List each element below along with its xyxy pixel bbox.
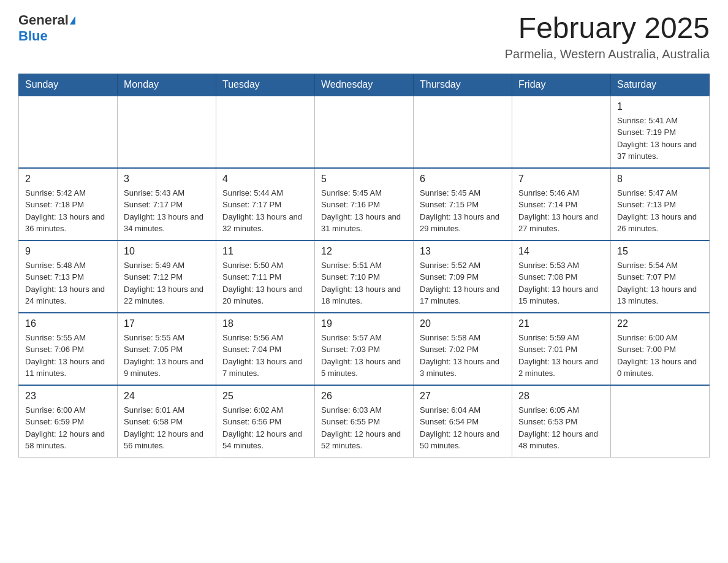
day-info: Sunrise: 6:02 AM Sunset: 6:56 PM Dayligh… [222, 404, 308, 452]
day-info: Sunrise: 5:42 AM Sunset: 7:18 PM Dayligh… [25, 187, 111, 235]
calendar-cell: 15Sunrise: 5:54 AM Sunset: 7:07 PM Dayli… [611, 240, 710, 313]
day-number: 8 [617, 174, 703, 185]
day-number: 23 [25, 391, 111, 402]
day-number: 22 [617, 318, 703, 329]
day-info: Sunrise: 5:43 AM Sunset: 7:17 PM Dayligh… [124, 187, 210, 235]
day-number: 2 [25, 174, 111, 185]
calendar-cell: 23Sunrise: 6:00 AM Sunset: 6:59 PM Dayli… [19, 385, 118, 458]
day-number: 11 [222, 246, 308, 257]
calendar-cell: 14Sunrise: 5:53 AM Sunset: 7:08 PM Dayli… [512, 240, 611, 313]
day-number: 14 [518, 246, 604, 257]
day-info: Sunrise: 5:57 AM Sunset: 7:03 PM Dayligh… [321, 332, 407, 380]
weekday-header-wednesday: Wednesday [315, 74, 414, 96]
weekday-header-saturday: Saturday [611, 74, 710, 96]
logo-blue-text: Blue [18, 28, 48, 44]
day-number: 7 [518, 174, 604, 185]
calendar-cell: 1Sunrise: 5:41 AM Sunset: 7:19 PM Daylig… [611, 96, 710, 168]
weekday-header-tuesday: Tuesday [216, 74, 315, 96]
day-info: Sunrise: 5:54 AM Sunset: 7:07 PM Dayligh… [617, 259, 703, 307]
day-number: 19 [321, 318, 407, 329]
day-info: Sunrise: 5:41 AM Sunset: 7:19 PM Dayligh… [617, 115, 703, 163]
day-number: 24 [124, 391, 210, 402]
day-info: Sunrise: 5:55 AM Sunset: 7:05 PM Dayligh… [124, 332, 210, 380]
calendar-cell: 12Sunrise: 5:51 AM Sunset: 7:10 PM Dayli… [315, 240, 414, 313]
day-info: Sunrise: 6:03 AM Sunset: 6:55 PM Dayligh… [321, 404, 407, 452]
day-info: Sunrise: 6:04 AM Sunset: 6:54 PM Dayligh… [420, 404, 506, 452]
day-number: 6 [420, 174, 506, 185]
calendar-cell: 20Sunrise: 5:58 AM Sunset: 7:02 PM Dayli… [414, 313, 512, 385]
day-number: 28 [518, 391, 604, 402]
weekday-header-sunday: Sunday [19, 74, 118, 96]
day-info: Sunrise: 5:44 AM Sunset: 7:17 PM Dayligh… [222, 187, 308, 235]
calendar-cell: 21Sunrise: 5:59 AM Sunset: 7:01 PM Dayli… [512, 313, 611, 385]
day-number: 21 [518, 318, 604, 329]
day-info: Sunrise: 5:59 AM Sunset: 7:01 PM Dayligh… [518, 332, 604, 380]
day-info: Sunrise: 5:52 AM Sunset: 7:09 PM Dayligh… [420, 259, 506, 307]
day-info: Sunrise: 5:49 AM Sunset: 7:12 PM Dayligh… [124, 259, 210, 307]
weekday-header-thursday: Thursday [414, 74, 512, 96]
calendar-cell [118, 96, 216, 168]
calendar-cell: 4Sunrise: 5:44 AM Sunset: 7:17 PM Daylig… [216, 168, 315, 240]
calendar-cell: 10Sunrise: 5:49 AM Sunset: 7:12 PM Dayli… [118, 240, 216, 313]
title-section: February 2025 Parmelia, Western Australi… [505, 12, 710, 61]
month-title: February 2025 [505, 12, 710, 45]
calendar-cell: 3Sunrise: 5:43 AM Sunset: 7:17 PM Daylig… [118, 168, 216, 240]
day-number: 17 [124, 318, 210, 329]
calendar-cell: 13Sunrise: 5:52 AM Sunset: 7:09 PM Dayli… [414, 240, 512, 313]
calendar-cell [414, 96, 512, 168]
day-number: 15 [617, 246, 703, 257]
page-header: General Blue February 2025 Parmelia, Wes… [18, 12, 710, 61]
logo-triangle-icon [70, 16, 75, 25]
day-number: 25 [222, 391, 308, 402]
day-number: 18 [222, 318, 308, 329]
calendar-header-row: SundayMondayTuesdayWednesdayThursdayFrid… [19, 74, 710, 96]
calendar-cell [216, 96, 315, 168]
calendar-cell: 2Sunrise: 5:42 AM Sunset: 7:18 PM Daylig… [19, 168, 118, 240]
calendar-cell [611, 385, 710, 458]
day-info: Sunrise: 5:45 AM Sunset: 7:16 PM Dayligh… [321, 187, 407, 235]
calendar-week-1: 1Sunrise: 5:41 AM Sunset: 7:19 PM Daylig… [19, 96, 710, 168]
calendar-table: SundayMondayTuesdayWednesdayThursdayFrid… [18, 74, 710, 458]
calendar-cell: 16Sunrise: 5:55 AM Sunset: 7:06 PM Dayli… [19, 313, 118, 385]
day-info: Sunrise: 5:47 AM Sunset: 7:13 PM Dayligh… [617, 187, 703, 235]
calendar-week-5: 23Sunrise: 6:00 AM Sunset: 6:59 PM Dayli… [19, 385, 710, 458]
calendar-cell [19, 96, 118, 168]
day-number: 3 [124, 174, 210, 185]
calendar-cell: 26Sunrise: 6:03 AM Sunset: 6:55 PM Dayli… [315, 385, 414, 458]
day-number: 26 [321, 391, 407, 402]
day-number: 4 [222, 174, 308, 185]
weekday-header-monday: Monday [118, 74, 216, 96]
calendar-week-4: 16Sunrise: 5:55 AM Sunset: 7:06 PM Dayli… [19, 313, 710, 385]
calendar-cell: 11Sunrise: 5:50 AM Sunset: 7:11 PM Dayli… [216, 240, 315, 313]
calendar-cell: 5Sunrise: 5:45 AM Sunset: 7:16 PM Daylig… [315, 168, 414, 240]
calendar-cell: 24Sunrise: 6:01 AM Sunset: 6:58 PM Dayli… [118, 385, 216, 458]
day-info: Sunrise: 5:48 AM Sunset: 7:13 PM Dayligh… [25, 259, 111, 307]
calendar-week-2: 2Sunrise: 5:42 AM Sunset: 7:18 PM Daylig… [19, 168, 710, 240]
calendar-cell: 8Sunrise: 5:47 AM Sunset: 7:13 PM Daylig… [611, 168, 710, 240]
calendar-cell: 27Sunrise: 6:04 AM Sunset: 6:54 PM Dayli… [414, 385, 512, 458]
calendar-week-3: 9Sunrise: 5:48 AM Sunset: 7:13 PM Daylig… [19, 240, 710, 313]
day-info: Sunrise: 5:45 AM Sunset: 7:15 PM Dayligh… [420, 187, 506, 235]
day-info: Sunrise: 5:55 AM Sunset: 7:06 PM Dayligh… [25, 332, 111, 380]
calendar-cell: 22Sunrise: 6:00 AM Sunset: 7:00 PM Dayli… [611, 313, 710, 385]
day-info: Sunrise: 5:51 AM Sunset: 7:10 PM Dayligh… [321, 259, 407, 307]
calendar-cell: 9Sunrise: 5:48 AM Sunset: 7:13 PM Daylig… [19, 240, 118, 313]
day-number: 5 [321, 174, 407, 185]
day-number: 1 [617, 101, 703, 112]
day-info: Sunrise: 5:58 AM Sunset: 7:02 PM Dayligh… [420, 332, 506, 380]
calendar-cell [315, 96, 414, 168]
day-info: Sunrise: 5:46 AM Sunset: 7:14 PM Dayligh… [518, 187, 604, 235]
day-info: Sunrise: 5:56 AM Sunset: 7:04 PM Dayligh… [222, 332, 308, 380]
calendar-cell: 25Sunrise: 6:02 AM Sunset: 6:56 PM Dayli… [216, 385, 315, 458]
day-info: Sunrise: 6:05 AM Sunset: 6:53 PM Dayligh… [518, 404, 604, 452]
day-info: Sunrise: 5:53 AM Sunset: 7:08 PM Dayligh… [518, 259, 604, 307]
day-number: 20 [420, 318, 506, 329]
logo: General Blue [18, 12, 75, 44]
day-info: Sunrise: 5:50 AM Sunset: 7:11 PM Dayligh… [222, 259, 308, 307]
day-number: 27 [420, 391, 506, 402]
day-number: 10 [124, 246, 210, 257]
logo-general-text: General [18, 12, 69, 28]
calendar-cell: 18Sunrise: 5:56 AM Sunset: 7:04 PM Dayli… [216, 313, 315, 385]
calendar-cell: 28Sunrise: 6:05 AM Sunset: 6:53 PM Dayli… [512, 385, 611, 458]
weekday-header-friday: Friday [512, 74, 611, 96]
